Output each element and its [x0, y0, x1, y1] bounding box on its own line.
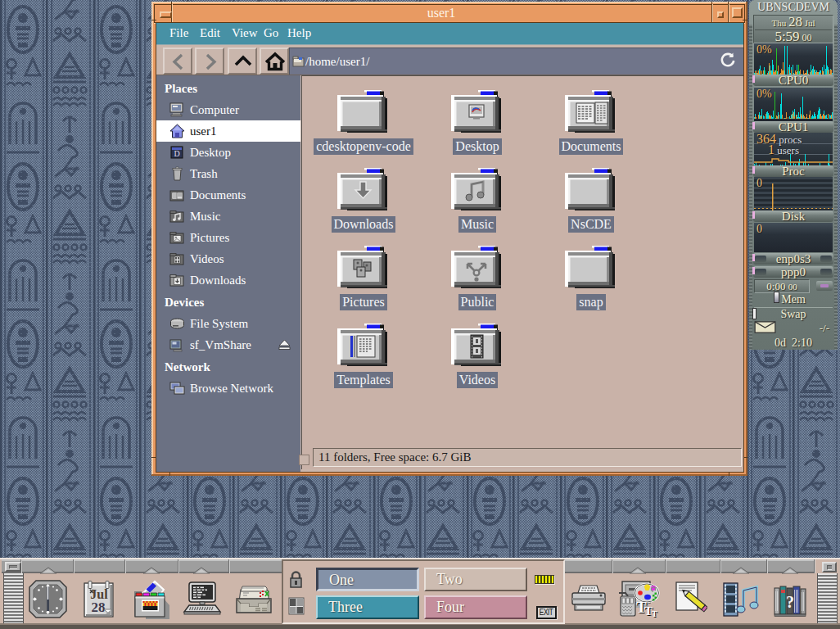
svg-text:28: 28: [92, 600, 106, 615]
svg-text:T: T: [652, 609, 657, 618]
svg-text:D: D: [174, 149, 179, 158]
svg-text:?: ?: [786, 593, 794, 611]
